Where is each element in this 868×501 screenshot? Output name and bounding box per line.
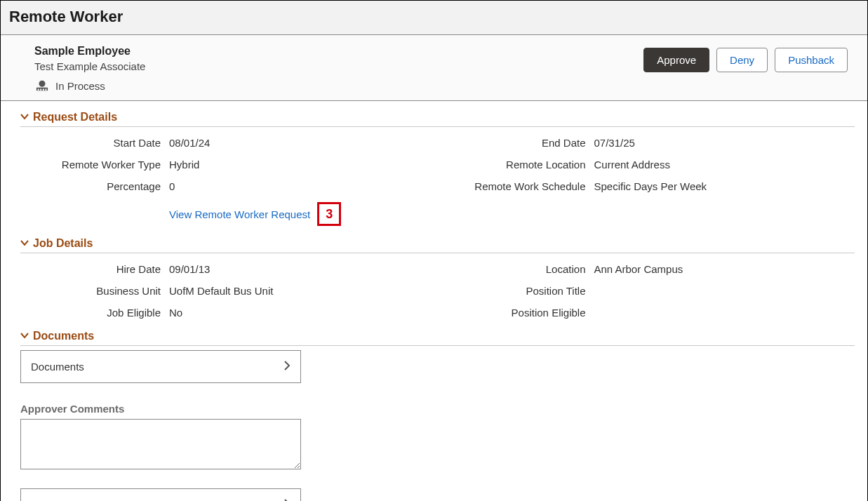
label-business-unit: Business Unit	[20, 285, 161, 297]
svg-rect-5	[46, 89, 47, 91]
value-job-eligible: No	[169, 307, 437, 319]
label-percentage: Percentage	[20, 180, 161, 192]
callout-marker: 3	[317, 202, 341, 226]
value-remote-work-schedule: Specific Days Per Week	[594, 180, 862, 192]
label-start-date: Start Date	[20, 137, 161, 149]
main-content: Request Details Start Date 08/01/24 End …	[1, 101, 867, 501]
chevron-down-icon	[20, 111, 29, 123]
employee-title: Test Example Associate	[34, 60, 145, 72]
label-remote-worker-type: Remote Worker Type	[20, 159, 161, 171]
label-remote-location: Remote Location	[446, 159, 586, 171]
chevron-right-icon	[283, 361, 291, 373]
title-bar: Remote Worker	[1, 1, 867, 35]
value-position-title	[594, 285, 862, 297]
employee-block: Sample Employee Test Example Associate I…	[34, 45, 145, 92]
section-documents-title: Documents	[33, 330, 94, 342]
action-row: Approve Deny Pushback	[643, 48, 848, 72]
section-job-details-header[interactable]: Job Details	[20, 233, 855, 253]
header-band: Sample Employee Test Example Associate I…	[1, 35, 867, 101]
label-position-eligible: Position Eligible	[446, 307, 586, 319]
label-job-eligible: Job Eligible	[20, 307, 161, 319]
page-title: Remote Worker	[9, 8, 859, 26]
value-percentage: 0	[169, 180, 437, 192]
value-end-date: 07/31/25	[594, 137, 862, 149]
documents-button-label: Documents	[31, 361, 84, 373]
view-request-link-row: View Remote Worker Request 3	[169, 202, 862, 226]
deny-button[interactable]: Deny	[716, 48, 768, 72]
section-request-details-title: Request Details	[33, 111, 117, 123]
value-position-eligible	[594, 307, 862, 319]
page-frame: Remote Worker Sample Employee Test Examp…	[0, 0, 868, 501]
svg-rect-3	[40, 89, 41, 91]
employee-name: Sample Employee	[34, 45, 145, 58]
value-start-date: 08/01/24	[169, 137, 437, 149]
chevron-down-icon	[20, 330, 29, 342]
job-details-grid: Hire Date 09/01/13 Location Ann Arbor Ca…	[20, 253, 862, 326]
in-process-icon	[34, 79, 50, 92]
label-end-date: End Date	[446, 137, 586, 149]
documents-button[interactable]: Documents	[20, 350, 301, 383]
approver-comments-input[interactable]	[20, 419, 301, 469]
approver-comments-label: Approver Comments	[20, 403, 862, 415]
svg-point-0	[39, 81, 46, 87]
svg-rect-4	[43, 89, 44, 91]
chevron-down-icon	[20, 237, 29, 250]
section-job-details-title: Job Details	[33, 237, 93, 250]
label-remote-work-schedule: Remote Work Schedule	[446, 180, 586, 192]
value-business-unit: UofM Default Bus Unit	[169, 285, 437, 297]
value-remote-location: Current Address	[594, 159, 862, 171]
value-hire-date: 09/01/13	[169, 263, 437, 275]
value-location: Ann Arbor Campus	[594, 263, 862, 275]
view-remote-worker-request-link[interactable]: View Remote Worker Request	[169, 208, 310, 220]
label-location: Location	[446, 263, 586, 275]
approve-button[interactable]: Approve	[643, 48, 709, 72]
section-documents-header[interactable]: Documents	[20, 326, 855, 346]
svg-rect-2	[38, 89, 39, 91]
label-position-title: Position Title	[446, 285, 586, 297]
request-details-grid: Start Date 08/01/24 End Date 07/31/25 Re…	[20, 127, 862, 233]
section-request-details-header[interactable]: Request Details	[20, 107, 855, 127]
label-hire-date: Hire Date	[20, 263, 161, 275]
approval-chain-button[interactable]: Approval Chain	[20, 488, 301, 501]
status-row: In Process	[34, 79, 145, 92]
status-text: In Process	[55, 80, 105, 92]
pushback-button[interactable]: Pushback	[775, 48, 848, 72]
value-remote-worker-type: Hybrid	[169, 159, 437, 171]
